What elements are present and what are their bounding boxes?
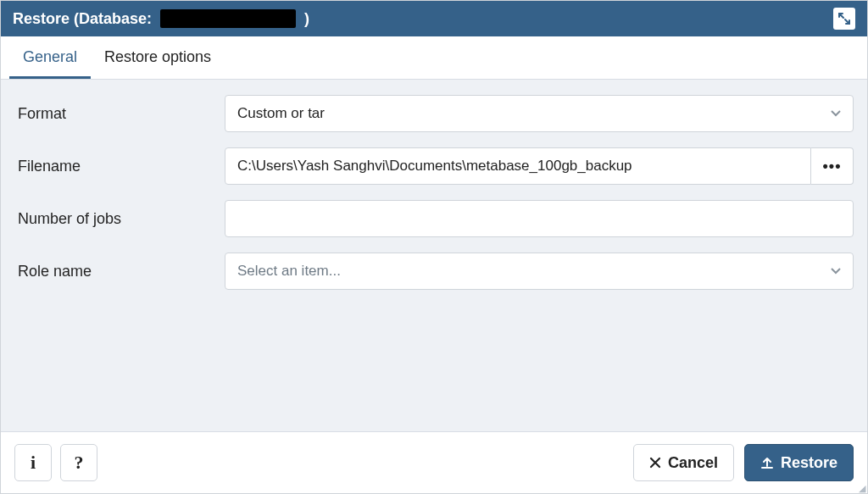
file-browse-button[interactable]: ••• [811, 147, 854, 185]
format-select[interactable]: Custom or tar [225, 95, 854, 132]
dialog-title: Restore (Database: ) [13, 9, 309, 28]
filename-value: C:\Users\Yash Sanghvi\Documents\metabase… [237, 158, 632, 175]
ellipsis-icon: ••• [823, 158, 842, 175]
dialog-body: Format Custom or tar Filename C:\Users\Y… [1, 80, 867, 431]
help-icon: ? [75, 452, 84, 474]
cancel-label: Cancel [668, 454, 718, 472]
restore-button[interactable]: Restore [744, 444, 854, 481]
row-jobs: Number of jobs [14, 200, 854, 237]
label-jobs: Number of jobs [14, 210, 225, 228]
caret-down-icon [831, 110, 841, 117]
database-name-redacted [160, 9, 296, 28]
title-suffix: ) [304, 10, 309, 28]
jobs-input[interactable] [225, 200, 854, 237]
tab-general[interactable]: General [9, 36, 91, 79]
restore-dialog: Restore (Database: ) General Restore opt… [0, 0, 868, 494]
role-select[interactable]: Select an item... [225, 253, 854, 290]
cancel-button[interactable]: Cancel [633, 444, 734, 481]
upload-icon [760, 456, 774, 469]
row-filename: Filename C:\Users\Yash Sanghvi\Documents… [14, 147, 854, 185]
footer-right: Cancel Restore [633, 444, 854, 481]
dialog-footer: i ? Cancel Restore [1, 431, 867, 493]
tabs: General Restore options [1, 36, 867, 80]
help-button[interactable]: ? [60, 444, 97, 481]
expand-icon [838, 13, 850, 25]
label-filename: Filename [14, 158, 225, 175]
format-value: Custom or tar [237, 105, 325, 122]
dialog-titlebar: Restore (Database: ) [1, 1, 867, 36]
row-role: Role name Select an item... [14, 253, 854, 290]
footer-left: i ? [14, 444, 97, 481]
caret-down-icon [831, 268, 841, 275]
label-format: Format [14, 105, 225, 123]
info-button[interactable]: i [14, 444, 52, 481]
filename-input[interactable]: C:\Users\Yash Sanghvi\Documents\metabase… [225, 147, 811, 185]
title-prefix: Restore (Database: [13, 10, 152, 28]
expand-button[interactable] [833, 8, 855, 30]
tab-restore-options[interactable]: Restore options [91, 36, 225, 79]
close-icon [649, 457, 661, 469]
info-icon: i [31, 452, 36, 474]
row-format: Format Custom or tar [14, 95, 854, 132]
restore-label: Restore [781, 454, 837, 472]
label-role: Role name [14, 263, 225, 280]
role-placeholder: Select an item... [237, 263, 341, 280]
